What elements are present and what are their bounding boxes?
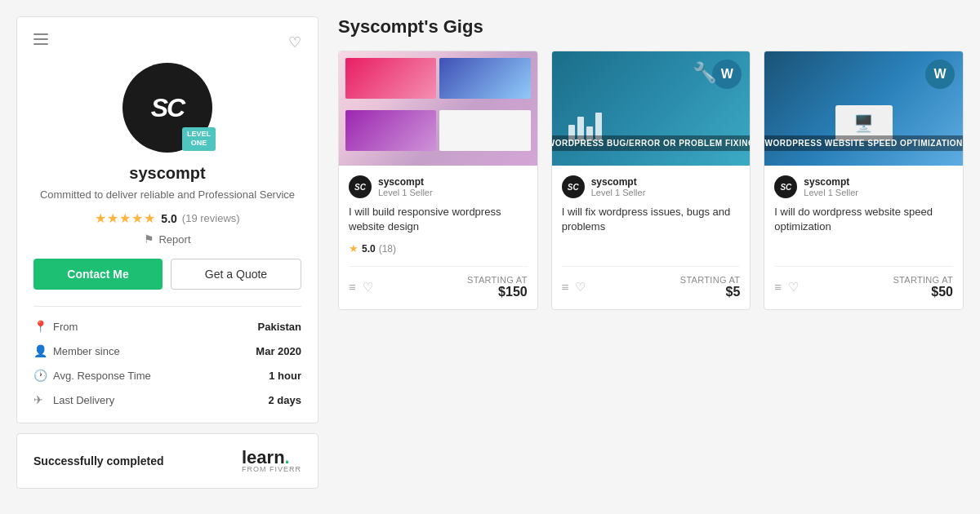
profile-card: ♡ SC LEVELONE syscompt Committed to deli… xyxy=(16,16,318,423)
price-group-1: STARTING AT $150 xyxy=(467,275,528,299)
stars-icon: ★★★★★ xyxy=(95,210,156,226)
gig-title-2: I will fix wordpress issues, bugs and pr… xyxy=(562,205,741,242)
seller-row-2: SC syscompt Level 1 Seller xyxy=(562,175,741,198)
gigs-section-title: Syscompt's Gigs xyxy=(338,16,964,38)
avatar-initials: SC xyxy=(151,93,184,123)
gig-card-1[interactable]: SC syscompt Level 1 Seller I will build … xyxy=(338,51,538,310)
person-icon: 👤 xyxy=(33,344,47,357)
gig-rating-score-1: 5.0 xyxy=(362,243,376,255)
gig-heart-icon-3[interactable]: ♡ xyxy=(788,280,799,295)
gig-rating-count-1: (18) xyxy=(379,243,396,255)
right-panel: Syscompt's Gigs SC syscompt xyxy=(338,16,964,498)
info-list: 📍 From Pakistan 👤 Member since Mar 2020 … xyxy=(33,320,301,406)
gig-title-1: I will build responsive wordpress websit… xyxy=(349,205,528,242)
avatar-container: SC LEVELONE xyxy=(33,63,301,153)
info-row-from: 📍 From Pakistan xyxy=(33,320,301,333)
left-panel: ♡ SC LEVELONE syscompt Committed to deli… xyxy=(16,16,318,498)
seller-name-3: syscompt xyxy=(804,176,858,188)
starting-at-label-2: STARTING AT xyxy=(680,275,741,285)
gig-star-icon-1: ★ xyxy=(349,242,359,255)
seller-info-2: syscompt Level 1 Seller xyxy=(591,176,646,197)
username: syscompt xyxy=(33,164,301,183)
seller-avatar-1: SC xyxy=(349,175,372,198)
starting-at-label-1: STARTING AT xyxy=(467,275,528,285)
gigs-grid: SC syscompt Level 1 Seller I will build … xyxy=(338,51,964,310)
gig-card-2[interactable]: W 🔧 WORDPRESS BUG/ERROR OR PROBLEM FIXIN… xyxy=(551,51,751,310)
avatar: SC LEVELONE xyxy=(122,63,212,153)
thumb-overlay-text-3: WORDPRESS WEBSITE SPEED OPTIMIZATION xyxy=(764,135,963,151)
action-buttons: Contact Me Get a Quote xyxy=(33,259,301,290)
gig-thumbnail-2: W 🔧 WORDPRESS BUG/ERROR OR PROBLEM FIXIN… xyxy=(552,51,751,166)
info-row-member: 👤 Member since Mar 2020 xyxy=(33,344,301,357)
gig-heart-icon-1[interactable]: ♡ xyxy=(363,280,373,295)
seller-info-3: syscompt Level 1 Seller xyxy=(804,176,858,197)
tagline: Committed to deliver reliable and Profes… xyxy=(33,188,301,202)
wordpress-logo-3: W xyxy=(925,60,955,89)
rating-row: ★★★★★ 5.0 (19 reviews) xyxy=(33,210,301,226)
info-row-response: 🕐 Avg. Response Time 1 hour xyxy=(33,369,301,382)
seller-info-1: syscompt Level 1 Seller xyxy=(378,176,433,197)
gig-body-2: SC syscompt Level 1 Seller I will fix wo… xyxy=(552,166,751,309)
get-quote-button[interactable]: Get a Quote xyxy=(171,259,301,290)
favorite-icon[interactable]: ♡ xyxy=(288,33,301,51)
hamburger-menu-icon[interactable] xyxy=(33,33,48,45)
rating-count: (19 reviews) xyxy=(182,212,240,224)
seller-avatar-3: SC xyxy=(774,175,797,198)
gig-menu-icon-3[interactable]: ≡ xyxy=(774,280,782,295)
gig-thumbnail-3: W 🖥️ WORDPRESS WEBSITE SPEED OPTIMIZATIO… xyxy=(764,51,963,166)
from-label: 📍 From xyxy=(33,320,78,333)
price-group-2: STARTING AT $5 xyxy=(680,275,741,299)
gig-footer-3: ≡ ♡ STARTING AT $50 xyxy=(774,266,953,299)
gig-card-3[interactable]: W 🖥️ WORDPRESS WEBSITE SPEED OPTIMIZATIO… xyxy=(764,51,964,310)
rating-score: 5.0 xyxy=(161,212,176,225)
delivery-label: ✈ Last Delivery xyxy=(33,393,114,406)
divider xyxy=(33,306,301,307)
learn-logo-text: learn. xyxy=(242,449,290,467)
contact-me-button[interactable]: Contact Me xyxy=(33,259,163,290)
gig-menu-icon-1[interactable]: ≡ xyxy=(349,280,356,295)
tools-icon-2: 🔧 xyxy=(693,61,717,84)
learn-card-title: Successfully completed xyxy=(33,454,164,467)
gig-actions-3: ≡ ♡ xyxy=(774,280,799,295)
flag-icon: ⚑ xyxy=(144,233,154,246)
seller-level-1: Level 1 Seller xyxy=(378,188,433,197)
gig-title-3: I will do wordpress website speed optimi… xyxy=(774,205,953,242)
gig-body-1: SC syscompt Level 1 Seller I will build … xyxy=(339,166,537,309)
seller-level-3: Level 1 Seller xyxy=(804,188,858,197)
price-group-3: STARTING AT $50 xyxy=(893,275,953,299)
gig-actions-2: ≡ ♡ xyxy=(562,280,586,295)
gig-thumbnail-1 xyxy=(339,51,537,166)
gig-footer-2: ≡ ♡ STARTING AT $5 xyxy=(562,266,741,299)
from-value: Pakistan xyxy=(258,321,301,333)
report-text: Report xyxy=(158,233,190,246)
gig-footer-1: ≡ ♡ STARTING AT $150 xyxy=(349,266,528,299)
response-value: 1 hour xyxy=(269,370,301,382)
seller-row-1: SC syscompt Level 1 Seller xyxy=(349,175,528,198)
gig-menu-icon-2[interactable]: ≡ xyxy=(562,280,569,295)
seller-name-1: syscompt xyxy=(378,176,433,188)
learn-logo: learn. FROM FIVERR xyxy=(242,449,301,473)
seller-row-3: SC syscompt Level 1 Seller xyxy=(774,175,953,198)
delivery-value: 2 days xyxy=(269,394,301,406)
report-row: ⚑ Report xyxy=(33,233,301,246)
gig-rating-1: ★ 5.0 (18) xyxy=(349,242,528,255)
clock-icon: 🕐 xyxy=(33,369,47,382)
thumb-overlay-text-2: WORDPRESS BUG/ERROR OR PROBLEM FIXING xyxy=(552,135,751,151)
seller-avatar-2: SC xyxy=(562,175,585,198)
seller-level-2: Level 1 Seller xyxy=(591,188,646,197)
info-row-delivery: ✈ Last Delivery 2 days xyxy=(33,393,301,406)
learn-card: Successfully completed learn. FROM FIVER… xyxy=(16,433,318,489)
seller-name-2: syscompt xyxy=(591,176,646,188)
delivery-icon: ✈ xyxy=(33,393,47,406)
location-icon: 📍 xyxy=(33,320,47,333)
learn-logo-sub: FROM FIVERR xyxy=(242,465,301,473)
price-2: $5 xyxy=(726,285,741,299)
starting-at-label-3: STARTING AT xyxy=(893,275,953,285)
member-label: 👤 Member since xyxy=(33,344,120,357)
level-badge: LEVELONE xyxy=(182,127,216,151)
member-value: Mar 2020 xyxy=(256,345,301,357)
response-label: 🕐 Avg. Response Time xyxy=(33,369,151,382)
price-3: $50 xyxy=(931,285,953,299)
gig-heart-icon-2[interactable]: ♡ xyxy=(575,280,586,295)
gig-actions-1: ≡ ♡ xyxy=(349,280,373,295)
